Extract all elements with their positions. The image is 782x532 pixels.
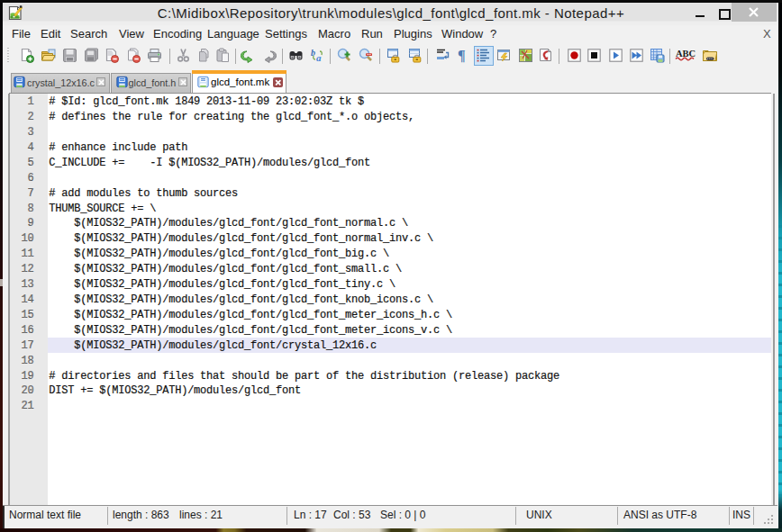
svg-text:ABC: ABC — [676, 49, 696, 59]
svg-text:¶: ¶ — [458, 48, 466, 63]
svg-text:a: a — [316, 52, 322, 63]
